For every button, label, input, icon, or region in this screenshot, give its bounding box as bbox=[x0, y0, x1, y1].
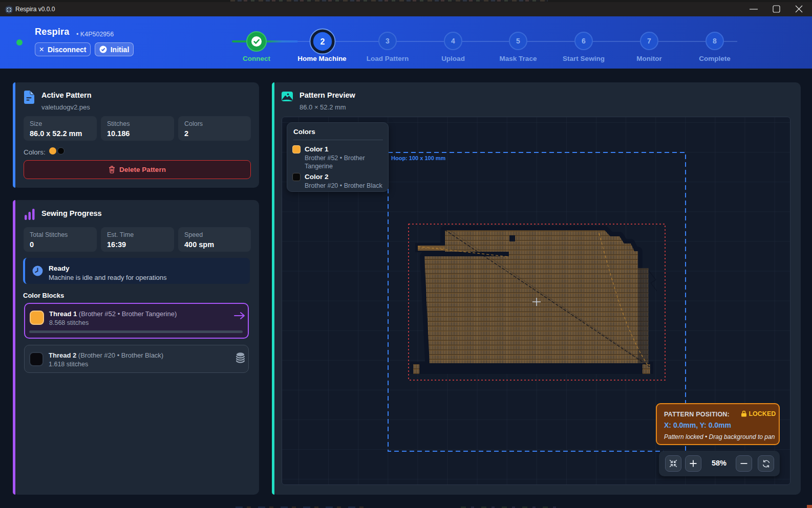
svg-text:Hoop: 100 x 100 mm: Hoop: 100 x 100 mm bbox=[391, 155, 446, 161]
svg-text:2: 2 bbox=[320, 37, 325, 46]
